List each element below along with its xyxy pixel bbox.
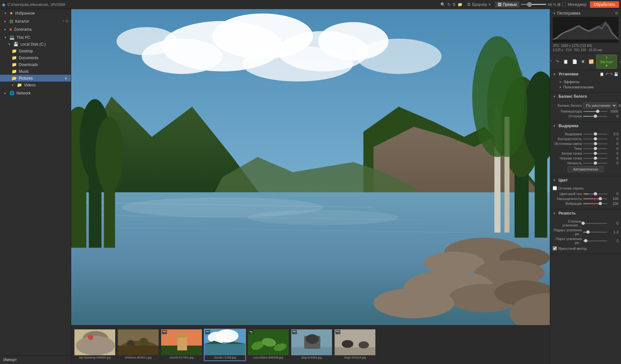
sub-arrow-icon: ►	[559, 80, 562, 83]
sidebar-item-desktop[interactable]: 📁 Desktop	[0, 48, 71, 54]
svg-point-33	[95, 117, 124, 193]
exposure-header[interactable]: ▼ Выдержка	[550, 122, 621, 130]
effects-label: Эффекты	[563, 80, 580, 84]
sidebar-item-thispc[interactable]: ▼ 💻 This PC	[0, 34, 71, 41]
sharpness-header[interactable]: ▼ Резкость	[550, 209, 621, 217]
sidebar-item-zonerama[interactable]: ► ■ Zonerama	[0, 26, 71, 33]
tint-row: Оттенок 0	[553, 114, 618, 118]
sidebar-item-music[interactable]: 📁 Music	[0, 68, 71, 75]
export-button[interactable]: ⇪ Экспорт ▼	[596, 55, 617, 69]
vibrance-slider[interactable]	[583, 203, 607, 204]
copy-button[interactable]: 📋	[562, 59, 570, 65]
zoom-value: 66 %	[548, 3, 556, 6]
sidebar-item-favorites[interactable]: ▼ ★ Избранное	[0, 10, 71, 17]
zonerama-label: Zonerama	[14, 27, 68, 32]
exposure-slider[interactable]	[583, 134, 607, 135]
undo-preset-icon[interactable]: ↶	[605, 72, 608, 76]
filmstrip-thumb-1[interactable]: dar-waxwing-948995.jpg	[74, 329, 116, 361]
redo-button[interactable]: ↷	[554, 59, 560, 65]
svg-rect-61	[205, 344, 245, 355]
sidebar-item-documents[interactable]: 📁 Documents	[0, 54, 71, 61]
import-button[interactable]: Импорт	[0, 355, 71, 364]
refresh-icon[interactable]: ↻	[447, 2, 450, 7]
svg-point-73	[342, 340, 353, 348]
svg-point-45	[76, 336, 115, 355]
white-point-slider[interactable]	[583, 153, 607, 154]
expand-icon: ▼	[8, 43, 11, 46]
sidebar-item-localdisk[interactable]: ▼ 💾 Local Disk (C:)	[0, 41, 71, 48]
filmstrip-thumb-5[interactable]: 📷 cucumbers-849268.jpg	[247, 329, 289, 361]
undo-button[interactable]: ↶	[550, 59, 553, 65]
sidebar-item-pictures[interactable]: 📂 Pictures ►	[0, 75, 71, 82]
threshold-slider[interactable]	[583, 240, 607, 241]
browser-tab[interactable]: 🖻 Браузер ▼	[464, 2, 494, 7]
preview-tab[interactable]: 🖼 Превью	[495, 2, 520, 7]
camera-badge-5: 📷	[249, 330, 254, 334]
auto-button[interactable]: Автоматически	[568, 166, 604, 172]
search-icon[interactable]: 🔍	[440, 2, 445, 7]
zoom-slider[interactable]	[521, 4, 547, 5]
catalog-add-icon[interactable]: +	[62, 19, 64, 23]
eyedropper-icon[interactable]: 🗁	[618, 103, 621, 108]
folder-icon[interactable]: 📁	[458, 2, 462, 7]
histogram-title: Гистограмма	[557, 11, 580, 16]
wb-select[interactable]: По умолчанию	[583, 103, 617, 108]
filmstrip-thumb-4[interactable]: 📷 clouds-71498.jpg	[204, 329, 246, 361]
exposure-title: Выдержка	[559, 124, 579, 128]
save-preset-icon[interactable]: 💾	[614, 72, 618, 76]
bright-method-checkbox[interactable]	[553, 246, 557, 250]
fullscreen-icon[interactable]: ⛶	[562, 2, 566, 7]
hue-slider[interactable]	[583, 193, 607, 194]
radius-slider[interactable]	[583, 232, 607, 233]
reset-button[interactable]: ✖	[580, 59, 586, 65]
highlights-slider[interactable]	[583, 143, 607, 144]
redo-preset-icon[interactable]: ↷	[610, 72, 613, 76]
thumb-label-2: chickens-953611.jpg	[118, 356, 159, 359]
hue-label: Цветовой тон	[553, 192, 582, 196]
sort-icon[interactable]: ⇅	[452, 2, 456, 7]
user-presets-label: Пользовательские	[563, 85, 594, 89]
grid-view-icon[interactable]: ⊞	[557, 2, 560, 7]
sidebar-item-videos[interactable]: ► 📁 Videos	[0, 82, 71, 88]
saturation-slider[interactable]	[583, 198, 607, 199]
sync-button[interactable]: 🔂	[587, 59, 595, 65]
svg-point-51	[139, 338, 148, 347]
temp-value: 5600	[609, 109, 618, 113]
clarity-slider[interactable]	[583, 163, 607, 164]
clarity-value: 0	[609, 161, 618, 165]
tint-slider[interactable]	[583, 116, 607, 117]
presets-header[interactable]: ▼ Установки 📋 ↶ ↷ 💾	[550, 70, 621, 78]
center-area: dar-waxwing-948995.jpg chickens-953611.j…	[71, 9, 550, 364]
wb-label: Баланс белого	[553, 104, 582, 107]
sidebar-item-network[interactable]: ► 🌐 Network	[0, 90, 71, 96]
highlights-row: Источники света 0	[553, 142, 618, 146]
forward-button[interactable]: ⇥	[618, 59, 621, 65]
computer-icon: 💻	[9, 35, 15, 40]
temp-slider[interactable]	[583, 111, 607, 112]
sidebar-item-downloads[interactable]: 📁 Downloads	[0, 61, 71, 68]
filmstrip-thumb-6[interactable]: 📷 dog-523984.jpg	[291, 329, 333, 361]
process-button[interactable]: Обработать	[590, 1, 619, 8]
mode-tabs: 🖻 Браузер ▼ 🖼 Превью 66 % ⊞ ⛶	[464, 2, 566, 7]
contrast-slider[interactable]	[583, 138, 607, 139]
histogram-header[interactable]: ▼ Гистограмма ⚙	[553, 11, 618, 16]
copy-preset-icon[interactable]: 📋	[600, 72, 604, 76]
shadows-slider[interactable]	[583, 148, 607, 149]
wb-header[interactable]: ▼ Баланс белого	[550, 93, 621, 100]
filmstrip-thumb-7[interactable]: 📷 dogs-251024.jpg	[334, 329, 376, 361]
user-presets-subsection[interactable]: ► Пользовательские	[553, 84, 618, 90]
sharpness-content: Степень усиления ... 0 Радиус усиления р…	[550, 217, 621, 254]
filmstrip-thumb-3[interactable]: 📷 church-517501.jpg	[161, 329, 203, 361]
filmstrip-thumb-2[interactable]: chickens-953611.jpg	[117, 329, 159, 361]
catalog-settings-icon[interactable]: ⚙	[65, 19, 68, 23]
collapse-icon: ▼	[553, 179, 556, 182]
amount-slider[interactable]	[583, 223, 607, 224]
histogram-settings-icon[interactable]: ⚙	[615, 11, 618, 16]
grayscale-checkbox[interactable]	[553, 186, 557, 190]
thumb-label-7: dogs-251024.jpg	[335, 356, 375, 359]
paste-button[interactable]: 📄	[571, 59, 579, 65]
effects-subsection[interactable]: ► Эффекты	[553, 79, 618, 84]
color-header[interactable]: ▼ Цвет	[550, 176, 621, 184]
black-point-slider[interactable]	[583, 158, 607, 159]
sidebar-item-catalog[interactable]: ► ▤ Каталог + ⚙	[0, 18, 71, 25]
